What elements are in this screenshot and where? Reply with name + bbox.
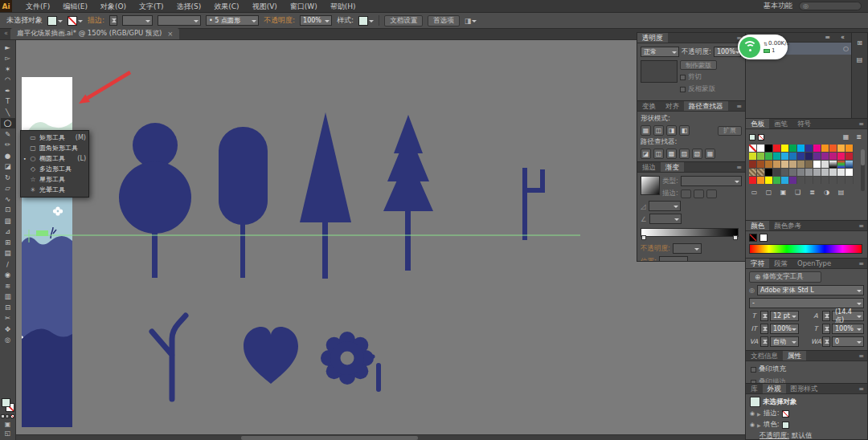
- tool-line-segment[interactable]: ╲: [1, 107, 15, 118]
- tab-透明度[interactable]: 透明度: [637, 33, 668, 43]
- menu-item[interactable]: 帮助(H): [325, 0, 362, 13]
- fill-color-dropdown[interactable]: [47, 16, 63, 26]
- tab-图形样式[interactable]: 图形样式: [786, 384, 823, 393]
- swatch[interactable]: [757, 177, 764, 184]
- swatch[interactable]: [845, 169, 853, 176]
- flyout-item[interactable]: ▭矩形工具(M): [21, 132, 88, 143]
- tool-free-transform[interactable]: ⊡: [1, 205, 15, 216]
- swatch[interactable]: [781, 169, 788, 176]
- stroke-color-dropdown[interactable]: [68, 16, 83, 26]
- gradient-angle-field[interactable]: [649, 214, 682, 224]
- appearance-stroke-swatch[interactable]: [782, 410, 789, 418]
- swatch[interactable]: [837, 169, 845, 176]
- stroke-along-icon[interactable]: [694, 189, 704, 198]
- vertical-scale-field[interactable]: 100%: [770, 324, 799, 334]
- tool-selection[interactable]: ►: [1, 42, 15, 53]
- tool-magic-wand[interactable]: ✶: [1, 63, 15, 75]
- swatch[interactable]: [797, 153, 805, 160]
- exclude-icon[interactable]: ▦: [641, 125, 651, 136]
- swatch-kinds-icon[interactable]: ≣: [807, 187, 817, 198]
- width-profile-dropdown[interactable]: [158, 15, 201, 26]
- tool-direct-selection[interactable]: ▻: [1, 53, 15, 64]
- tool-zoom[interactable]: ◎: [1, 335, 15, 346]
- list-view-icon[interactable]: ≣: [854, 132, 864, 142]
- horizontal-scrollbar[interactable]: [16, 434, 745, 440]
- tool-gradient[interactable]: ▤: [1, 248, 15, 259]
- swatch[interactable]: [757, 161, 764, 168]
- leading-field[interactable]: (14.4 点): [832, 311, 864, 321]
- tool-eyedropper[interactable]: ∕: [1, 259, 15, 270]
- tool-perspective-grid[interactable]: ⊿: [1, 226, 15, 238]
- swatch[interactable]: [845, 161, 853, 168]
- swatch[interactable]: [765, 169, 772, 176]
- swatch-options-icon[interactable]: ❏: [792, 187, 803, 198]
- kerning-field[interactable]: 自动: [770, 336, 799, 347]
- font-style-field[interactable]: -: [749, 298, 864, 308]
- gradient-type-dropdown[interactable]: [681, 176, 742, 186]
- tab-路径查找器[interactable]: 路径查找器: [684, 101, 728, 111]
- drawing-mode-icon[interactable]: ▣: [5, 421, 11, 428]
- swatch-scrollbar[interactable]: [861, 149, 865, 191]
- swatch[interactable]: [789, 153, 796, 160]
- appearance-stroke-link[interactable]: 描边:: [764, 409, 780, 418]
- workspace-switcher[interactable]: 基本功能: [764, 1, 792, 11]
- tool-paintbrush[interactable]: ✎: [1, 128, 15, 140]
- panel-menu-icon[interactable]: ≡: [858, 119, 864, 129]
- swatch-libraries-icon[interactable]: ▤: [836, 187, 846, 198]
- swatch-stroke-proxy[interactable]: [758, 134, 764, 141]
- leading-stepper[interactable]: [822, 311, 830, 321]
- collapse-panels-icon[interactable]: «: [837, 32, 848, 43]
- flyout-item[interactable]: ☆星形工具: [21, 174, 88, 185]
- tool-shape-builder[interactable]: ▨: [1, 215, 15, 226]
- swatch[interactable]: [749, 177, 756, 184]
- tool-type[interactable]: T: [1, 96, 15, 108]
- menu-item[interactable]: 视图(V): [247, 0, 283, 13]
- new-color-group-icon[interactable]: ▣: [778, 187, 788, 198]
- panel-menu-icon[interactable]: ≡: [858, 351, 864, 361]
- menu-item[interactable]: 窗口(W): [285, 0, 323, 13]
- gradient-opacity-field[interactable]: [673, 243, 702, 254]
- document-tab[interactable]: 扁平化场景插画.ai* @ 150% (RGB/GPU 预览) ×: [10, 28, 180, 39]
- menu-item[interactable]: 文字(T): [133, 0, 170, 13]
- panel-menu-icon[interactable]: ≡: [858, 221, 864, 231]
- swatch[interactable]: [773, 169, 780, 176]
- swatch[interactable]: [765, 161, 772, 168]
- layers-panel-icon[interactable]: ▤: [854, 55, 865, 65]
- swatch[interactable]: [797, 145, 805, 152]
- stroke-weight-stepper[interactable]: [109, 15, 117, 26]
- stroke-within-icon[interactable]: [681, 189, 691, 198]
- flyout-item[interactable]: ✳光晕工具: [21, 185, 88, 195]
- swatch[interactable]: [765, 145, 772, 152]
- swatch[interactable]: [797, 169, 805, 176]
- color-themes-icon[interactable]: ◑: [821, 187, 832, 198]
- tool-blend[interactable]: ◉: [1, 270, 15, 281]
- swatch[interactable]: [773, 145, 780, 152]
- panel-menu-icon[interactable]: ≡: [736, 101, 742, 112]
- minus-front-icon[interactable]: ◨: [666, 125, 677, 136]
- opacity-link[interactable]: 不透明度:: [264, 15, 295, 26]
- tab-字符[interactable]: 字符: [746, 259, 769, 268]
- search-input[interactable]: ◎: [799, 2, 862, 10]
- menu-item[interactable]: 编辑(E): [57, 0, 93, 13]
- horizontal-scale-field[interactable]: 100%: [832, 324, 864, 334]
- swatch[interactable]: [821, 145, 829, 152]
- swatch[interactable]: [757, 153, 764, 160]
- menu-item[interactable]: 效果(C): [208, 0, 244, 13]
- swatch[interactable]: [757, 145, 764, 152]
- tool-pen[interactable]: ✒: [1, 85, 15, 96]
- swatch[interactable]: [781, 161, 788, 168]
- expand-arrow-icon[interactable]: ▶: [757, 411, 761, 417]
- appearance-opacity-link[interactable]: 不透明度:: [760, 431, 789, 440]
- style-swatch[interactable]: [358, 16, 368, 26]
- swatch[interactable]: [845, 145, 853, 152]
- swatch[interactable]: [805, 161, 813, 168]
- tab-变换[interactable]: 变换: [637, 101, 661, 111]
- menu-item[interactable]: 文件(F): [20, 0, 55, 13]
- tool-slice[interactable]: ✂: [1, 313, 15, 324]
- swatch[interactable]: [789, 169, 796, 176]
- swatch[interactable]: [829, 169, 837, 176]
- swatch[interactable]: [781, 177, 788, 184]
- tool-lasso[interactable]: ◠: [1, 75, 15, 86]
- swatch[interactable]: [797, 161, 805, 168]
- swatch[interactable]: [765, 153, 772, 160]
